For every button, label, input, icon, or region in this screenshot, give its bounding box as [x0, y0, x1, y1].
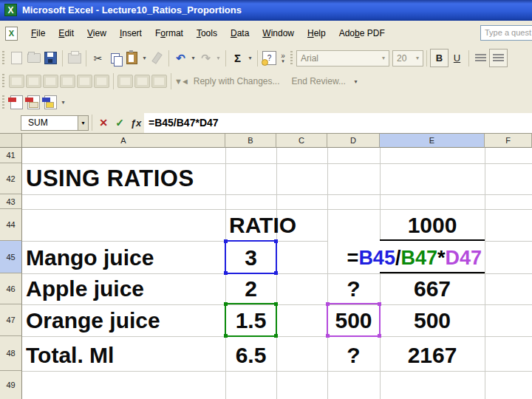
range-highlight-b45[interactable]	[225, 240, 277, 274]
range-handle[interactable]	[378, 334, 381, 338]
open-button[interactable]	[25, 50, 42, 66]
paste-dropdown-arrow-icon[interactable]: ▾	[140, 50, 149, 66]
previous-comment-icon[interactable]	[26, 75, 41, 88]
name-box-dropdown-arrow-icon[interactable]: ▾	[78, 115, 89, 131]
bold-button[interactable]: B	[430, 49, 449, 67]
reviewing-dropdown-arrow-icon[interactable]: ▾	[352, 73, 360, 89]
undo-dropdown-arrow-icon[interactable]: ▾	[189, 50, 197, 66]
range-handle[interactable]	[274, 239, 278, 243]
range-handle[interactable]	[326, 302, 330, 306]
cell-b46[interactable]: 2	[225, 273, 276, 304]
undo-button[interactable]: ↶	[172, 50, 189, 66]
font-name-dropdown-arrow-icon[interactable]: ▾	[378, 55, 389, 61]
convert-to-pdf-and-send-for-review-icon[interactable]	[44, 95, 57, 109]
toolbar-grip[interactable]	[2, 95, 4, 110]
paste-button[interactable]	[123, 50, 140, 66]
cell-a46[interactable]: Apple juice	[22, 273, 225, 304]
print-button[interactable]	[66, 50, 83, 66]
formula-input[interactable]: =B45/B47*D47	[144, 113, 532, 133]
delete-comment-icon[interactable]	[94, 75, 109, 88]
new-document-button[interactable]	[8, 50, 25, 66]
edit-comment-icon[interactable]	[9, 75, 24, 88]
cell-e44[interactable]: 1000	[380, 209, 485, 241]
end-review-button[interactable]: End Review...	[286, 76, 352, 86]
convert-to-pdf-icon[interactable]	[10, 95, 23, 109]
select-all-corner[interactable]	[0, 134, 22, 148]
menu-format[interactable]: Format	[149, 25, 190, 41]
range-handle[interactable]	[274, 302, 278, 306]
underline-button[interactable]: U	[449, 50, 466, 66]
update-file-icon[interactable]	[117, 75, 133, 88]
menu-help[interactable]: Help	[301, 25, 332, 41]
show-comment-icon[interactable]	[60, 75, 75, 88]
cell-d46[interactable]: ?	[327, 273, 380, 304]
align-center-button[interactable]	[489, 49, 508, 67]
cell-e45-formula-editor[interactable]: =B45/B47*D47	[328, 241, 485, 273]
redo-button[interactable]: ↷	[197, 50, 214, 66]
menu-adobe-pdf[interactable]: Adobe PDF	[332, 25, 392, 41]
name-box[interactable]: SUM	[21, 115, 78, 131]
toolbar-grip[interactable]	[2, 51, 4, 66]
row-header-43[interactable]: 43	[0, 194, 22, 209]
next-comment-icon[interactable]	[43, 75, 58, 88]
cancel-icon[interactable]: ✕	[95, 115, 112, 131]
show-all-comments-icon[interactable]	[77, 75, 92, 88]
column-header-d[interactable]: D	[327, 134, 380, 148]
row-header-44[interactable]: 44	[0, 209, 22, 241]
send-to-mail-recipient-icon[interactable]	[151, 75, 167, 88]
align-left-button[interactable]	[472, 50, 489, 66]
cell-e48[interactable]: 2167	[380, 336, 485, 371]
column-header-a[interactable]: A	[22, 134, 225, 148]
row-header-47[interactable]: 47	[0, 304, 22, 336]
cell-d48[interactable]: ?	[327, 336, 380, 371]
menu-file[interactable]: File	[24, 25, 52, 41]
column-header-b[interactable]: B	[225, 134, 276, 148]
range-handle[interactable]	[224, 334, 228, 338]
cell-e46[interactable]: 667	[380, 273, 485, 304]
type-a-question-input[interactable]: Type a quest	[480, 25, 532, 41]
row-header-49[interactable]: 49	[0, 371, 22, 399]
range-highlight-b47[interactable]	[225, 303, 277, 337]
cell-a42[interactable]: USING RATIOS	[22, 163, 244, 194]
column-header-c[interactable]: C	[276, 134, 327, 148]
range-handle[interactable]	[224, 302, 228, 306]
row-header-45[interactable]: 45	[0, 241, 22, 273]
enter-icon[interactable]: ✓	[112, 115, 128, 131]
menu-data[interactable]: Data	[224, 25, 256, 41]
row-header-42[interactable]: 42	[0, 163, 22, 194]
menu-tools[interactable]: Tools	[190, 25, 224, 41]
cell-a45[interactable]: Mango juice	[22, 241, 225, 273]
font-size-dropdown-arrow-icon[interactable]: ▾	[412, 55, 423, 61]
cell-b44[interactable]: RATIO	[225, 209, 329, 241]
row-header-46[interactable]: 46	[0, 273, 22, 304]
range-handle[interactable]	[378, 302, 381, 306]
column-header-f[interactable]: F	[485, 134, 532, 148]
format-painter-button[interactable]	[149, 50, 166, 66]
range-handle[interactable]	[274, 271, 278, 275]
range-handle[interactable]	[326, 334, 330, 338]
cell-b48[interactable]: 6.5	[225, 336, 276, 371]
range-handle[interactable]	[274, 334, 278, 338]
column-header-e[interactable]: E	[380, 134, 485, 148]
toolbar-grip[interactable]	[290, 51, 293, 66]
menu-edit[interactable]: Edit	[52, 25, 81, 41]
range-handle[interactable]	[224, 271, 228, 275]
cell-e47[interactable]: 500	[380, 304, 485, 336]
copy-button[interactable]	[106, 50, 123, 66]
menu-view[interactable]: View	[81, 25, 113, 41]
font-size-combo[interactable]: 20 ▾	[392, 50, 423, 66]
autosum-button[interactable]: Σ	[229, 50, 246, 66]
autosum-dropdown-arrow-icon[interactable]: ▾	[246, 50, 254, 66]
menu-window[interactable]: Window	[256, 25, 301, 41]
font-name-combo[interactable]: Arial ▾	[296, 50, 389, 66]
pdf-dropdown-arrow-icon[interactable]: ▾	[59, 95, 67, 111]
row-header-41[interactable]: 41	[0, 148, 22, 163]
help-button[interactable]: ?	[261, 50, 278, 66]
range-handle[interactable]	[224, 239, 228, 243]
cut-button[interactable]: ✂	[89, 50, 106, 66]
menu-insert[interactable]: Insert	[113, 25, 149, 41]
convert-to-pdf-and-email-icon[interactable]	[27, 95, 40, 109]
row-header-48[interactable]: 48	[0, 336, 22, 371]
redo-dropdown-arrow-icon[interactable]: ▾	[214, 50, 222, 66]
save-button[interactable]	[42, 50, 59, 66]
